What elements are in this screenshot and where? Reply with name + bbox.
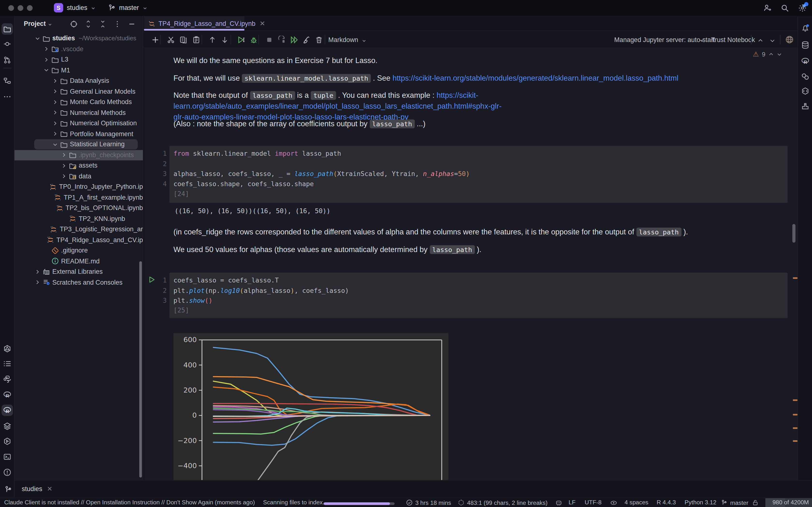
tree-item-studies[interactable]: studies~/Workspace/studies (14, 33, 143, 44)
move-down-button[interactable] (219, 34, 230, 45)
move-up-button[interactable] (207, 34, 218, 45)
tree-item-tp3-logistic-regression-ar[interactable]: TP3_Logistic_Regression_ar (14, 224, 143, 234)
inspections-widget[interactable]: ⚠ 9 (753, 50, 782, 58)
stripe-services[interactable] (1, 436, 13, 447)
chevron-right-icon[interactable] (61, 152, 69, 158)
restart-kernel-button[interactable] (276, 34, 287, 45)
chevron-right-icon[interactable] (52, 99, 60, 105)
stripe-more[interactable] (1, 91, 13, 102)
run-cell-gutter-icon[interactable] (148, 276, 156, 283)
prev-problem-icon[interactable] (768, 51, 773, 56)
r-version-widget[interactable]: R 4.4.3 (657, 499, 676, 506)
chevron-right-icon[interactable] (43, 46, 51, 52)
trust-notebook-button[interactable]: Trust Notebook (711, 36, 755, 44)
stripe-python-packages[interactable] (1, 374, 13, 385)
tree-item-numerical-optimisation[interactable]: Numerical Optimisation (14, 118, 143, 128)
tree-item-scratches-and-consoles[interactable]: Scratches and Consoles (14, 277, 143, 288)
next-cell-icon[interactable] (769, 38, 775, 44)
tree-item-numerical-methods[interactable]: Numerical Methods (14, 107, 143, 118)
tree-item-portfolio-management[interactable]: Portfolio Management (14, 129, 143, 139)
window-zoom-button[interactable] (27, 5, 33, 11)
stripe-r-tools[interactable]: R (1, 405, 13, 416)
stripe-hexagon-tool[interactable] (800, 86, 811, 97)
code-line[interactable]: plt.plot(np.log10(alphas_lasso), coefs_l… (173, 285, 349, 295)
stripe-project-folder[interactable] (1, 23, 13, 35)
caret-position-widget[interactable]: 483:1 (99 chars, 2 line breaks) (458, 499, 547, 506)
tree-item--ipynb-checkpoints[interactable]: .ipynb_checkpoints (14, 150, 143, 160)
code-line[interactable]: coefs_lasso = coefs_lasso.T (173, 275, 278, 285)
lock-icon[interactable] (752, 499, 759, 506)
code-line[interactable]: from sklearn.linear_model import lasso_p… (173, 149, 341, 159)
expand-all-icon[interactable] (84, 20, 92, 28)
project-scrollbar[interactable] (139, 261, 142, 477)
chevron-down-icon[interactable] (52, 141, 60, 148)
add-cell-button[interactable] (150, 34, 161, 45)
collapse-all-icon[interactable] (99, 20, 107, 28)
cell-type-dropdown[interactable]: Markdown (328, 36, 358, 44)
copy-cell-button[interactable] (177, 34, 189, 45)
settings-icon[interactable] (798, 4, 807, 12)
tree-item--vscode[interactable]: .vscode (14, 44, 143, 54)
more-vertical-icon[interactable] (113, 20, 121, 28)
memory-indicator[interactable]: 980 of 4200M (765, 498, 812, 507)
tree-item-tp2-bis-optional-ipynb[interactable]: TP2_bis_OPTIONAL.ipynb (14, 203, 143, 213)
window-minimize-button[interactable] (18, 5, 23, 11)
run-all-button[interactable] (289, 34, 300, 45)
window-close-button[interactable] (8, 5, 14, 11)
chevron-right-icon[interactable] (61, 173, 69, 180)
chevron-down-icon[interactable] (43, 67, 51, 73)
stripe-plugins[interactable] (800, 101, 811, 112)
stripe-r-console[interactable]: R (1, 389, 13, 400)
code-line[interactable]: alphas_lasso, coefs_lasso, _ = lasso_pat… (173, 169, 470, 179)
tree-item-readme-md[interactable]: README.md (14, 256, 143, 266)
ai-assistant-status-icon[interactable] (555, 499, 562, 507)
debug-cell-button[interactable] (248, 34, 259, 45)
run-cell-button[interactable] (236, 34, 247, 45)
chevron-right-icon[interactable] (52, 77, 60, 84)
error-stripe-mark[interactable] (793, 414, 798, 415)
stripe-todo[interactable] (1, 358, 13, 370)
tab-close-icon[interactable]: ✕ (260, 19, 265, 27)
tool-window-tab-close-icon[interactable]: ✕ (47, 485, 52, 493)
chevron-right-icon[interactable] (52, 88, 60, 95)
stripe-problems[interactable] (1, 467, 13, 478)
indent-widget[interactable]: 4 spaces (624, 499, 648, 506)
stripe-terminal[interactable] (1, 451, 13, 463)
chevron-down-icon[interactable] (34, 35, 42, 42)
error-stripe-mark[interactable] (793, 427, 798, 429)
tool-window-tab-studies[interactable]: studies ✕ (22, 485, 52, 493)
tree-item-external-libraries[interactable]: External Libraries (14, 267, 143, 277)
locate-icon[interactable] (70, 20, 78, 28)
stripe-structure[interactable] (1, 75, 13, 87)
tree-item-assets[interactable]: assets (14, 160, 143, 171)
clear-outputs-button[interactable] (301, 34, 312, 45)
reader-mode-icon[interactable] (610, 499, 617, 507)
tree-item-l3[interactable]: L3 (14, 54, 143, 65)
stripe-database[interactable] (800, 39, 811, 51)
stripe-r-graphics[interactable]: R (800, 55, 811, 67)
git-branch-icon[interactable] (4, 485, 12, 494)
hide-icon[interactable] (128, 20, 136, 28)
project-panel-title[interactable]: Project (24, 20, 46, 27)
tree-item-general-linear-models[interactable]: General Linear Models (14, 86, 143, 97)
session-time-widget[interactable]: 3 hrs 18 mins (406, 499, 451, 506)
cut-cell-button[interactable] (165, 34, 176, 45)
stop-kernel-button[interactable] (264, 34, 275, 45)
branch-switcher[interactable]: master (119, 4, 139, 11)
chevron-right-icon[interactable] (52, 130, 60, 137)
chevron-right-icon[interactable] (34, 279, 42, 286)
line-ending-widget[interactable]: LF (569, 499, 576, 506)
code-line[interactable]: coefs_lasso.shape, coefs_lasso.shape (173, 179, 314, 189)
browser-icon[interactable] (785, 35, 794, 44)
tree-item-tp0-intro-jupyter-python-ip[interactable]: TP0_Intro_Jupyter_Python.ip (14, 181, 143, 192)
prev-cell-icon[interactable] (758, 38, 763, 44)
search-icon[interactable] (780, 4, 789, 12)
chevron-right-icon[interactable] (61, 162, 69, 169)
project-switcher[interactable]: studies (67, 4, 87, 11)
error-stripe-mark[interactable] (793, 277, 798, 279)
git-branch-widget[interactable]: master (721, 499, 749, 506)
stripe-ai-assistant[interactable] (800, 71, 811, 82)
tree-item-monte-carlo-methods[interactable]: Monte Carlo Methods (14, 97, 143, 107)
tree-item-tp2-knn-ipynb[interactable]: TP2_KNN.ipynb (14, 213, 143, 224)
hyperlink[interactable]: https://scikit-learn.org/stable/modules/… (393, 74, 678, 82)
